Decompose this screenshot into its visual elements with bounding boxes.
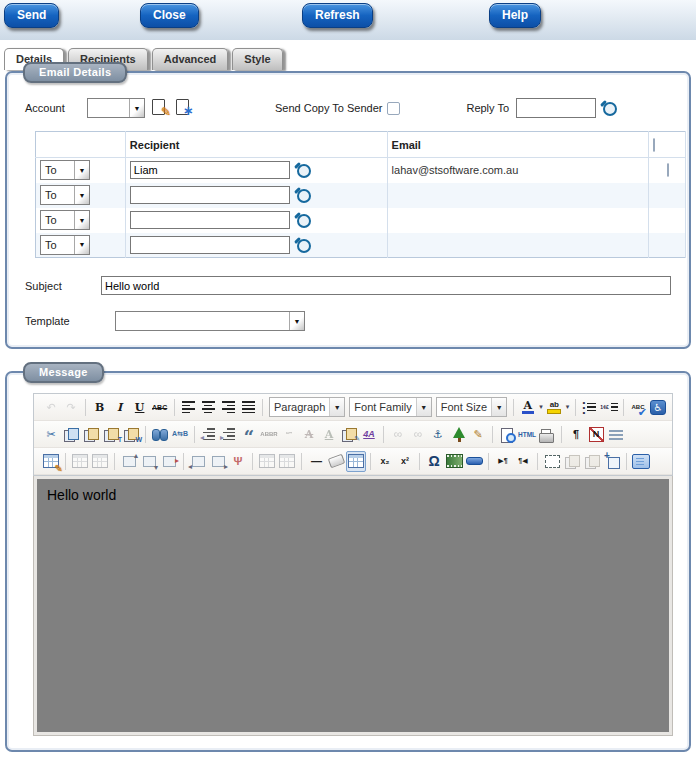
bold-icon[interactable]: B bbox=[90, 397, 110, 418]
advanced-hr-icon[interactable] bbox=[464, 451, 484, 472]
select-all-checkbox[interactable] bbox=[653, 138, 655, 152]
font-family-select[interactable]: Font Family▼ bbox=[349, 397, 431, 417]
tab-advanced[interactable]: Advanced bbox=[152, 48, 229, 70]
search-icon[interactable] bbox=[600, 99, 618, 117]
insert-table-icon[interactable]: ✎ bbox=[41, 451, 61, 472]
format-select[interactable]: Paragraph▼ bbox=[269, 397, 345, 417]
row-after-icon[interactable] bbox=[139, 451, 159, 472]
recipient-type-select[interactable]: To▼ bbox=[40, 210, 90, 230]
recipient-input[interactable] bbox=[130, 161, 290, 179]
chevron-down-icon[interactable]: ▾ bbox=[564, 398, 570, 417]
find-replace-icon[interactable]: A⇆B bbox=[170, 424, 190, 445]
visual-aid-icon[interactable] bbox=[346, 451, 366, 472]
blockquote-icon[interactable]: “ bbox=[239, 424, 259, 445]
rtl-icon[interactable]: ¶◀ bbox=[513, 451, 533, 472]
recipient-name-cell bbox=[125, 183, 387, 208]
html-source-icon[interactable]: HTML bbox=[517, 424, 537, 445]
editor-toolbar-row: ✂TWA⇆B“ABBR“”AA✎4A∞∞⚓✎HTML¶N bbox=[34, 421, 672, 448]
copy-icon[interactable] bbox=[61, 427, 81, 442]
pagebreak-icon[interactable] bbox=[606, 424, 626, 445]
delete-row-icon[interactable] bbox=[159, 451, 179, 472]
paste-text-icon[interactable]: T bbox=[101, 427, 121, 442]
remove-format-icon[interactable] bbox=[326, 451, 346, 472]
refresh-button[interactable]: Refresh bbox=[302, 3, 373, 28]
paste-icon[interactable] bbox=[81, 427, 101, 442]
bullet-list-icon[interactable] bbox=[579, 397, 599, 418]
subject-input[interactable] bbox=[101, 276, 671, 295]
special-char-icon[interactable]: Ω bbox=[424, 451, 444, 472]
tab-style[interactable]: Style bbox=[232, 48, 282, 70]
align-right-icon[interactable] bbox=[218, 397, 238, 418]
toolbar-separator bbox=[262, 399, 263, 416]
recipient-row: To▼lahav@stsoftware.com.au bbox=[36, 158, 686, 183]
preview-icon[interactable] bbox=[497, 424, 517, 445]
horizontal-rule-icon[interactable]: — bbox=[306, 451, 326, 472]
recipient-input[interactable] bbox=[130, 236, 290, 254]
spellcheck-icon[interactable]: ABC bbox=[628, 397, 648, 418]
italic-icon[interactable]: I bbox=[110, 397, 130, 418]
superscript-icon[interactable]: x² bbox=[395, 451, 415, 472]
account-select[interactable]: ▼ bbox=[87, 98, 145, 118]
row-before-icon[interactable] bbox=[119, 451, 139, 472]
fullscreen-icon[interactable] bbox=[631, 451, 651, 472]
recipient-input[interactable] bbox=[130, 211, 290, 229]
insert-layer-icon[interactable] bbox=[542, 451, 562, 472]
unlink-icon: ∞ bbox=[408, 424, 428, 445]
paste-word-icon[interactable]: W bbox=[121, 427, 141, 442]
send-copy-checkbox[interactable] bbox=[387, 102, 400, 115]
image-icon[interactable] bbox=[448, 424, 468, 445]
show-blocks-icon[interactable]: ¶ bbox=[566, 424, 586, 445]
template-row: Template ▼ bbox=[25, 311, 675, 331]
text-color-icon[interactable]: A bbox=[518, 397, 538, 418]
outdent-icon[interactable] bbox=[199, 424, 219, 445]
font-size-select[interactable]: Font Size▼ bbox=[436, 397, 507, 417]
media-icon[interactable] bbox=[444, 451, 464, 472]
search-icon[interactable] bbox=[294, 236, 312, 254]
accessibility-check-icon[interactable]: ♿ bbox=[648, 397, 668, 418]
strikethrough-icon[interactable]: ABC bbox=[150, 397, 170, 418]
recipient-input[interactable] bbox=[130, 186, 290, 204]
highlight-color-icon[interactable]: ab bbox=[544, 397, 564, 418]
reply-to-input[interactable] bbox=[516, 98, 596, 118]
recipient-type-select[interactable]: To▼ bbox=[40, 160, 90, 180]
recipient-type-select[interactable]: To▼ bbox=[40, 235, 90, 255]
search-icon[interactable] bbox=[294, 211, 312, 229]
cut-icon[interactable]: ✂ bbox=[41, 424, 61, 445]
numbered-list-icon[interactable] bbox=[599, 397, 619, 418]
toolbar-separator bbox=[561, 426, 562, 443]
recipient-check-cell bbox=[649, 208, 686, 233]
search-icon[interactable] bbox=[294, 186, 312, 204]
recipient-checkbox[interactable] bbox=[667, 163, 669, 177]
underline-icon[interactable]: U bbox=[130, 397, 150, 418]
find-icon[interactable] bbox=[150, 424, 170, 445]
nonbreaking-icon[interactable]: N bbox=[586, 424, 606, 445]
close-button[interactable]: Close bbox=[140, 3, 199, 28]
send-button[interactable]: Send bbox=[4, 3, 59, 28]
email-column-header: Email bbox=[387, 132, 649, 158]
cite-icon[interactable]: 4A bbox=[359, 424, 379, 445]
align-center-icon[interactable] bbox=[198, 397, 218, 418]
col-after-icon[interactable] bbox=[208, 451, 228, 472]
indent-icon[interactable] bbox=[219, 424, 239, 445]
align-left-icon[interactable] bbox=[178, 397, 198, 418]
cleanup-icon[interactable]: ✎ bbox=[468, 424, 488, 445]
ltr-icon[interactable]: ▶¶ bbox=[493, 451, 513, 472]
subscript-icon[interactable]: x₂ bbox=[375, 451, 395, 472]
message-body[interactable]: Hello world bbox=[37, 479, 669, 732]
col-before-icon[interactable] bbox=[188, 451, 208, 472]
help-button[interactable]: Help bbox=[489, 3, 541, 28]
template-select[interactable]: ▼ bbox=[115, 311, 305, 331]
subject-label: Subject bbox=[25, 280, 87, 292]
print-icon[interactable] bbox=[537, 424, 557, 445]
toolbar-separator bbox=[145, 426, 146, 443]
recipient-type-select[interactable]: To▼ bbox=[40, 185, 90, 205]
recipient-type-cell: To▼ bbox=[36, 183, 126, 208]
search-icon[interactable] bbox=[294, 161, 312, 179]
delete-col-icon[interactable]: Ψ bbox=[228, 451, 248, 472]
anchor-icon[interactable]: ⚓ bbox=[428, 424, 448, 445]
align-justify-icon[interactable] bbox=[238, 397, 258, 418]
edit-account-icon[interactable]: ✎ bbox=[152, 99, 169, 117]
attributes-icon[interactable]: ✎ bbox=[339, 427, 359, 442]
absolute-position-icon[interactable] bbox=[602, 451, 622, 472]
new-account-icon[interactable]: ∗ bbox=[176, 99, 193, 117]
